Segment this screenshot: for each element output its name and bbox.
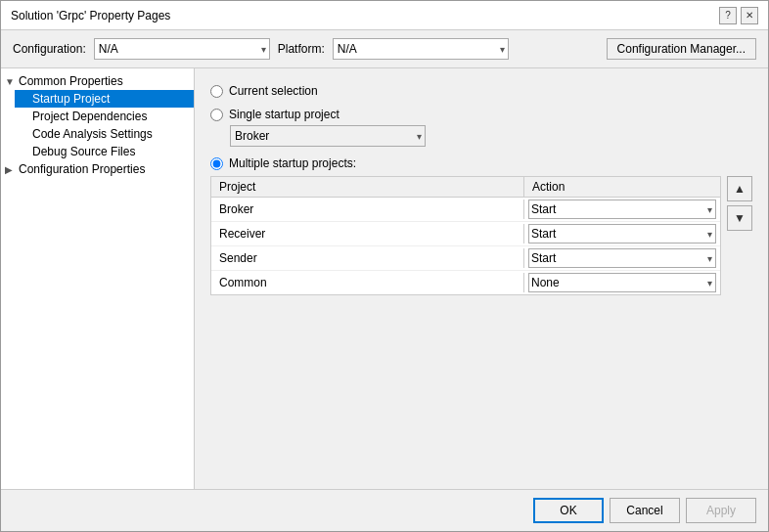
- single-project-select[interactable]: Broker Receiver Sender Common: [230, 125, 426, 147]
- action-select-broker[interactable]: Start None Start without debugging: [528, 200, 716, 219]
- col-header-action: Action: [524, 177, 720, 197]
- sidebar-item-project-dependencies[interactable]: Project Dependencies: [15, 108, 194, 125]
- dialog-title: Solution 'Grpc' Property Pages: [11, 9, 170, 22]
- action-select-sender[interactable]: Start None Start without debugging: [528, 248, 716, 268]
- radio-multiple-startup[interactable]: [210, 157, 223, 170]
- td-action-receiver: Start None Start without debugging: [524, 222, 720, 245]
- td-project-receiver: Receiver: [211, 224, 524, 244]
- table-row: Sender Start None Start without debuggin…: [211, 246, 720, 271]
- radio-current-selection[interactable]: [210, 85, 223, 98]
- sidebar-item-label: Project Dependencies: [32, 110, 190, 123]
- config-bar: Configuration: N/A Platform: N/A Configu…: [1, 30, 768, 68]
- radio-row-single: Single startup project: [210, 108, 752, 121]
- table-header: Project Action: [211, 177, 720, 198]
- radio-row-current: Current selection: [210, 84, 752, 98]
- td-action-broker: Start None Start without debugging: [524, 198, 720, 221]
- td-project-common: Common: [211, 273, 524, 292]
- radio-label-multiple[interactable]: Multiple startup projects:: [229, 156, 356, 170]
- table-row: Broker Start None Start without debuggin…: [211, 198, 720, 222]
- move-down-button[interactable]: ▼: [727, 205, 752, 231]
- sidebar-item-startup-project[interactable]: Startup Project: [15, 90, 194, 108]
- sidebar-item-debug-source[interactable]: Debug Source Files: [15, 143, 194, 160]
- tree-toggle-expand: ▼: [5, 76, 19, 87]
- startup-radio-group: Current selection Single startup project…: [210, 84, 752, 295]
- sidebar-item-label: Startup Project: [32, 92, 190, 106]
- title-bar-controls: ? ✕: [719, 7, 758, 24]
- platform-label: Platform:: [278, 42, 325, 56]
- main-content: ▼ Common Properties Startup Project Proj…: [1, 68, 768, 489]
- sidebar-item-label: Common Properties: [19, 74, 190, 88]
- configuration-manager-button[interactable]: Configuration Manager...: [607, 38, 756, 60]
- platform-select[interactable]: N/A: [333, 38, 509, 60]
- right-panel: Current selection Single startup project…: [195, 68, 768, 489]
- configuration-label: Configuration:: [13, 42, 86, 56]
- td-action-sender: Start None Start without debugging: [524, 246, 720, 270]
- col-header-project: Project: [211, 177, 524, 197]
- apply-button[interactable]: Apply: [686, 498, 756, 523]
- td-project-sender: Sender: [211, 248, 524, 268]
- sidebar-item-label: Debug Source Files: [32, 145, 190, 158]
- table-row: Receiver Start None Start without debugg…: [211, 222, 720, 246]
- sidebar-item-common-properties[interactable]: ▼ Common Properties: [1, 72, 194, 90]
- move-up-button[interactable]: ▲: [727, 176, 752, 201]
- help-button[interactable]: ?: [719, 7, 737, 24]
- dialog: Solution 'Grpc' Property Pages ? ✕ Confi…: [0, 0, 769, 532]
- multiple-startup-section: Multiple startup projects: Project Actio…: [210, 156, 752, 295]
- sidebar-item-code-analysis[interactable]: Code Analysis Settings: [15, 125, 194, 143]
- sidebar-item-label: Code Analysis Settings: [32, 127, 190, 141]
- platform-select-wrap: N/A: [333, 38, 509, 60]
- arrow-buttons: ▲ ▼: [727, 176, 752, 231]
- sidebar: ▼ Common Properties Startup Project Proj…: [1, 68, 195, 489]
- sidebar-item-label: Configuration Properties: [19, 162, 190, 176]
- radio-single-startup[interactable]: [210, 109, 223, 121]
- td-action-common: None Start Start without debugging: [524, 271, 720, 294]
- tree-children-common: Startup Project Project Dependencies Cod…: [1, 90, 194, 160]
- single-project-select-wrap: Broker Receiver Sender Common: [230, 125, 426, 147]
- single-startup-section: Single startup project Broker Receiver S…: [210, 108, 752, 147]
- configuration-select[interactable]: N/A: [94, 38, 270, 60]
- action-select-common[interactable]: None Start Start without debugging: [528, 273, 716, 292]
- close-button[interactable]: ✕: [741, 7, 758, 24]
- tree-toggle-collapsed: ▶: [5, 164, 19, 175]
- multiple-header: Multiple startup projects:: [210, 156, 752, 170]
- ok-button[interactable]: OK: [533, 498, 604, 523]
- td-project-broker: Broker: [211, 200, 524, 219]
- action-select-receiver[interactable]: Start None Start without debugging: [528, 224, 716, 244]
- sidebar-item-configuration-properties[interactable]: ▶ Configuration Properties: [1, 160, 194, 178]
- configuration-select-wrap: N/A: [94, 38, 270, 60]
- title-bar: Solution 'Grpc' Property Pages ? ✕: [1, 1, 768, 30]
- table-row: Common None Start Start without debuggin…: [211, 271, 720, 294]
- radio-label-single[interactable]: Single startup project: [229, 108, 339, 121]
- footer: OK Cancel Apply: [1, 489, 768, 531]
- radio-label-current[interactable]: Current selection: [229, 84, 318, 98]
- projects-table-wrap: Project Action Broker Start: [210, 176, 752, 295]
- projects-table: Project Action Broker Start: [210, 176, 721, 295]
- cancel-button[interactable]: Cancel: [610, 498, 680, 523]
